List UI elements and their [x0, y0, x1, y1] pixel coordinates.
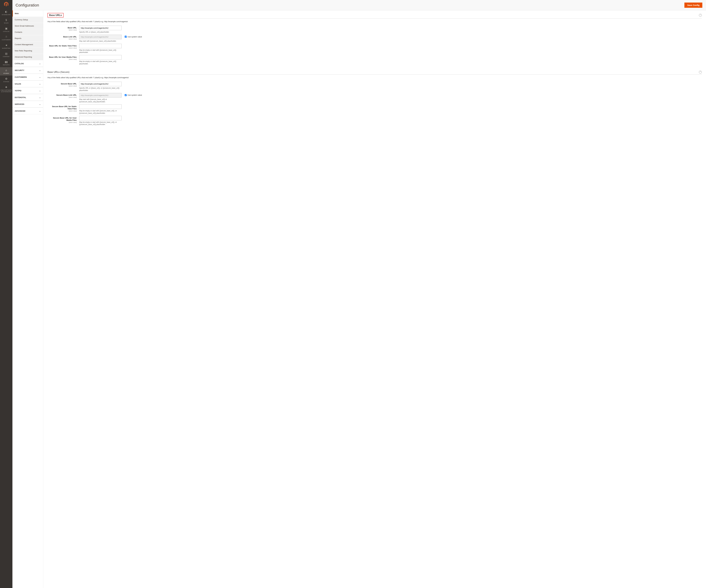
- config-section-customers[interactable]: CUSTOMERS⌄: [12, 74, 43, 80]
- config-section-yotpo[interactable]: YOTPO⌄: [12, 87, 43, 94]
- chevron-down-icon: ⌄: [39, 83, 41, 85]
- admin-nav-item-reports[interactable]: ▮▮REPORTS: [0, 59, 12, 67]
- admin-nav-item-sales[interactable]: $SALES: [0, 17, 12, 25]
- partners-icon: ❖: [5, 86, 7, 89]
- section-base-urls-header[interactable]: Base URLs ⌃: [47, 13, 702, 18]
- dollar-icon: $: [5, 18, 7, 22]
- admin-nav-label: SALES: [4, 22, 8, 24]
- config-sub-item-currency-setup[interactable]: Currency Setup: [12, 17, 43, 23]
- secure-base-link-url-label: Secure Base Link URL: [56, 94, 77, 96]
- secure-base-url-input[interactable]: [79, 82, 122, 86]
- config-section-dotdigital[interactable]: DOTDIGITAL⌄: [12, 94, 43, 101]
- config-sub-item-web[interactable]: Web: [12, 10, 43, 17]
- layout-icon: ▤: [5, 52, 7, 55]
- base-static-input[interactable]: [79, 44, 122, 48]
- base-media-label: Base URL for User Media Files: [49, 56, 77, 58]
- base-link-url-scope: [store view]: [47, 38, 77, 40]
- config-section-label: CATALOG: [15, 62, 24, 65]
- form-panel: Base URLs ⌃ Any of the fields allow full…: [43, 10, 706, 588]
- field-secure-base-url: Secure Base URL [store view] Specify URL…: [47, 82, 702, 92]
- config-sub-item-reports[interactable]: Reports: [12, 35, 43, 41]
- config-section-label: DOTDIGITAL: [15, 96, 26, 98]
- gear-icon: ✿: [5, 77, 7, 80]
- config-sub-item-store-email-addresses[interactable]: Store Email Addresses: [12, 23, 43, 29]
- config-section-services[interactable]: SERVICES⌄: [12, 101, 43, 108]
- base-link-url-label: Base Link URL: [63, 36, 77, 38]
- save-config-button[interactable]: Save Config: [684, 3, 702, 8]
- base-url-help: Specify URL or {{base_url}} placeholder.: [79, 31, 122, 33]
- chevron-down-icon: ⌄: [39, 89, 41, 92]
- config-section-label: YOTPO: [15, 90, 21, 92]
- admin-nav-item-content[interactable]: ▤CONTENT: [0, 50, 12, 59]
- secure-media-help: May be empty or start with {{secure_base…: [79, 121, 122, 126]
- field-base-static: Base URL for Static View Files [store vi…: [47, 44, 702, 54]
- config-nav: WebCurrency SetupStore Email AddressesCo…: [12, 10, 43, 588]
- base-url-scope: [store view]: [47, 29, 77, 31]
- admin-nav-item-find-partners-extensions[interactable]: ❖FIND PARTNERS & EXTENSIONS: [0, 84, 12, 94]
- config-section-sales[interactable]: SALES⌄: [12, 80, 43, 87]
- dashboard-icon: ◐: [5, 10, 7, 13]
- secure-static-input[interactable]: [79, 104, 122, 109]
- chevron-up-icon[interactable]: ⌃: [699, 14, 702, 17]
- magento-logo[interactable]: [0, 0, 12, 8]
- page-header: Configuration Save Config: [12, 0, 706, 10]
- chevron-down-icon: ⌄: [39, 103, 41, 105]
- admin-nav-label: FIND PARTNERS & EXTENSIONS: [1, 89, 12, 92]
- config-sub-item-contacts[interactable]: Contacts: [12, 29, 43, 35]
- secure-base-url-help: Specify URL or {{base_url}}, or {{unsecu…: [79, 87, 122, 92]
- megaphone-icon: ◄: [5, 44, 7, 47]
- admin-nav-item-customers[interactable]: ☃CUSTOMERS: [0, 34, 12, 42]
- base-media-scope: [store view]: [47, 58, 77, 60]
- base-static-scope: [store view]: [47, 47, 77, 49]
- admin-nav-item-catalog[interactable]: ▣CATALOG: [0, 25, 12, 34]
- secure-base-link-url-help: May start with {{secure_base_url}} or {{…: [79, 98, 122, 103]
- admin-nav-item-marketing[interactable]: ◄MARKETING: [0, 42, 12, 50]
- base-link-url-use-system-label: Use system value: [127, 36, 142, 38]
- chevron-up-icon[interactable]: ⌃: [699, 71, 702, 74]
- admin-nav-label: SYSTEM: [3, 81, 9, 82]
- field-base-link-url: Base Link URL [store view] May start wit…: [47, 35, 702, 42]
- admin-nav-label: CONTENT: [3, 56, 10, 57]
- section-base-urls-secure-title: Base URLs (Secure): [47, 71, 70, 74]
- base-link-url-help: May start with {{unsecure_base_url}} pla…: [79, 40, 122, 42]
- config-sub-item-new-relic-reporting[interactable]: New Relic Reporting: [12, 48, 43, 54]
- secure-media-scope: [store view]: [47, 122, 77, 123]
- config-sub-item-content-management[interactable]: Content Management: [12, 41, 43, 48]
- config-section-label: SECURITY: [15, 69, 24, 72]
- secure-static-scope: [store view]: [47, 110, 77, 112]
- chevron-down-icon: ⌄: [39, 110, 41, 112]
- config-section-security[interactable]: SECURITY⌄: [12, 67, 43, 74]
- admin-nav-item-system[interactable]: ✿SYSTEM: [0, 76, 12, 84]
- secure-base-url-scope: [store view]: [47, 85, 77, 87]
- admin-nav-item-dashboard[interactable]: ◐DASHBOARD: [0, 8, 12, 17]
- admin-nav-label: STORES: [3, 73, 9, 74]
- config-section-label: CUSTOMERS: [15, 76, 27, 78]
- secure-media-label: Secure Base URL for User Media Files: [53, 117, 77, 121]
- secure-base-link-url-use-system-label: Use system value: [127, 94, 142, 96]
- config-section-label: ADVANCED: [15, 110, 26, 112]
- base-link-url-input: [79, 35, 122, 39]
- config-section-advanced[interactable]: ADVANCED⌄: [12, 108, 43, 114]
- admin-nav: ◐DASHBOARD$SALES▣CATALOG☃CUSTOMERS◄MARKE…: [0, 0, 12, 588]
- admin-nav-label: CUSTOMERS: [2, 39, 11, 41]
- base-link-url-use-system-checkbox[interactable]: [125, 36, 127, 38]
- chevron-down-icon: ⌄: [39, 62, 41, 65]
- secure-base-link-url-use-system-checkbox[interactable]: [125, 94, 127, 96]
- base-static-help: May be empty or start with {{unsecure_ba…: [79, 49, 122, 54]
- base-url-input[interactable]: [79, 26, 122, 30]
- base-media-help: May be empty or start with {{unsecure_ba…: [79, 60, 122, 65]
- field-secure-base-link-url: Secure Base Link URL [store view] May st…: [47, 93, 702, 103]
- base-static-label: Base URL for Static View Files: [49, 45, 77, 47]
- field-base-media: Base URL for User Media Files [store vie…: [47, 55, 702, 65]
- base-media-input[interactable]: [79, 55, 122, 59]
- admin-nav-label: DASHBOARD: [2, 14, 11, 15]
- content-wrap: WebCurrency SetupStore Email AddressesCo…: [12, 10, 706, 588]
- config-sub-item-advanced-reporting[interactable]: Advanced Reporting: [12, 54, 43, 60]
- chevron-down-icon: ⌄: [39, 76, 41, 78]
- secure-media-input[interactable]: [79, 116, 122, 120]
- secure-static-help: May be empty or start with {{secure_base…: [79, 110, 122, 115]
- admin-nav-item-stores[interactable]: ⌂STORES: [0, 67, 12, 76]
- section-base-urls-secure-header[interactable]: Base URLs (Secure) ⌃: [47, 71, 702, 75]
- config-section-catalog[interactable]: CATALOG⌄: [12, 60, 43, 67]
- admin-nav-label: REPORTS: [3, 64, 10, 66]
